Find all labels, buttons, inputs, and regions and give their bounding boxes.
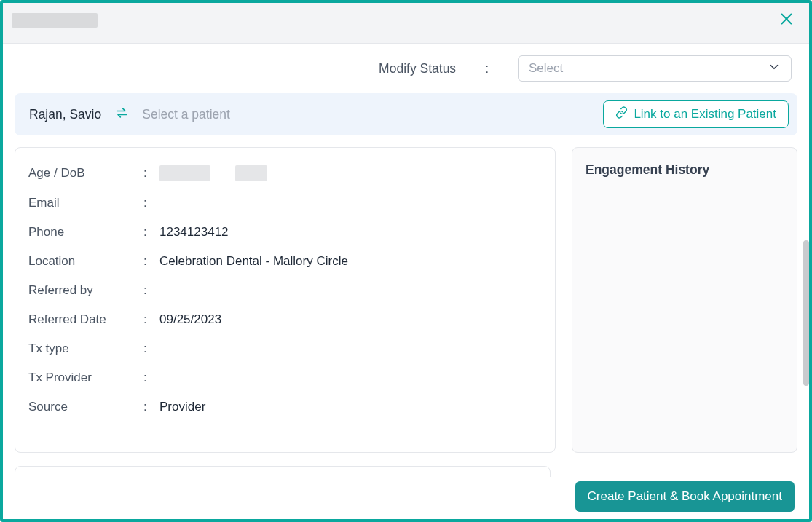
engagement-history-title: Engagement History	[586, 162, 784, 178]
modal-frame: Modify Status : Select Rajan, Savio Sele…	[0, 0, 812, 522]
link-existing-patient-button[interactable]: Link to an Existing Patient	[603, 100, 789, 128]
detail-row-email: Email :	[28, 196, 542, 210]
content-row: Age / DoB : Email : Phone : 1234123412	[3, 147, 809, 453]
detail-colon: :	[143, 166, 159, 181]
link-button-label: Link to an Existing Patient	[634, 107, 776, 122]
modify-status-label: Modify Status	[379, 61, 456, 76]
detail-label: Referred by	[28, 283, 143, 298]
detail-row-tx-provider: Tx Provider :	[28, 371, 542, 385]
patient-details-card: Age / DoB : Email : Phone : 1234123412	[15, 147, 556, 453]
detail-colon: :	[143, 225, 159, 240]
detail-row-phone: Phone : 1234123412	[28, 225, 542, 240]
modify-status-select[interactable]: Select	[518, 55, 792, 82]
modify-status-colon: :	[485, 61, 489, 76]
detail-label: Tx type	[28, 341, 143, 356]
detail-label: Age / DoB	[28, 166, 143, 181]
detail-row-referred-by: Referred by :	[28, 283, 542, 298]
detail-label: Location	[28, 254, 143, 269]
detail-value: Celebration Dental - Mallory Circle	[159, 254, 348, 269]
current-patient-name: Rajan, Savio	[29, 107, 101, 122]
modal-body: Modify Status : Select Rajan, Savio Sele…	[3, 44, 809, 519]
detail-label: Referred Date	[28, 312, 143, 327]
detail-row-age-dob: Age / DoB :	[28, 165, 542, 181]
detail-colon: :	[143, 283, 159, 298]
detail-value: 09/25/2023	[159, 312, 221, 327]
engagement-history-card: Engagement History	[572, 147, 797, 453]
detail-colon: :	[143, 400, 159, 414]
modal-header	[3, 3, 809, 44]
create-patient-book-appointment-button[interactable]: Create Patient & Book Appointment	[575, 481, 795, 512]
close-icon[interactable]	[779, 11, 795, 30]
detail-row-tx-type: Tx type :	[28, 341, 542, 356]
swap-icon[interactable]	[114, 106, 129, 123]
modal-footer: Create Patient & Book Appointment	[6, 477, 802, 516]
detail-row-source: Source : Provider	[28, 400, 542, 414]
detail-colon: :	[143, 196, 159, 210]
detail-label: Phone	[28, 225, 143, 240]
scrollbar-thumb[interactable]	[803, 240, 809, 386]
chevron-down-icon	[768, 60, 781, 76]
link-icon	[615, 106, 628, 122]
link-patient-bar: Rajan, Savio Select a patient Link to an…	[15, 93, 797, 135]
header-title-redacted	[12, 13, 98, 28]
detail-value: Provider	[159, 400, 205, 414]
modify-status-row: Modify Status : Select	[3, 44, 809, 93]
detail-colon: :	[143, 312, 159, 327]
detail-value-redacted	[159, 165, 267, 181]
modify-status-placeholder: Select	[529, 61, 563, 76]
detail-colon: :	[143, 371, 159, 385]
detail-colon: :	[143, 254, 159, 269]
detail-value: 1234123412	[159, 225, 229, 240]
detail-label: Tx Provider	[28, 371, 143, 385]
detail-label: Source	[28, 400, 143, 414]
detail-colon: :	[143, 341, 159, 356]
detail-row-location: Location : Celebration Dental - Mallory …	[28, 254, 542, 269]
detail-row-referred-date: Referred Date : 09/25/2023	[28, 312, 542, 327]
detail-label: Email	[28, 196, 143, 210]
select-patient-input[interactable]: Select a patient	[142, 107, 603, 122]
